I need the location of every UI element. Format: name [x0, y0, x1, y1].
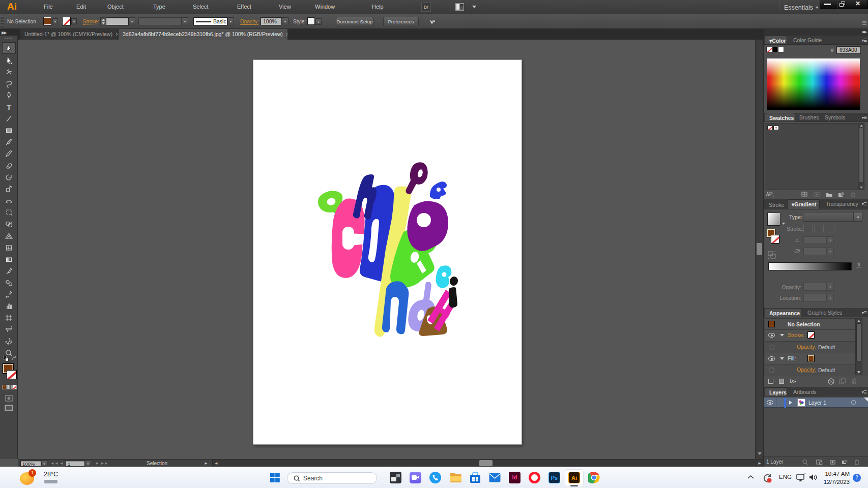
svg-text:T: T	[7, 103, 11, 111]
